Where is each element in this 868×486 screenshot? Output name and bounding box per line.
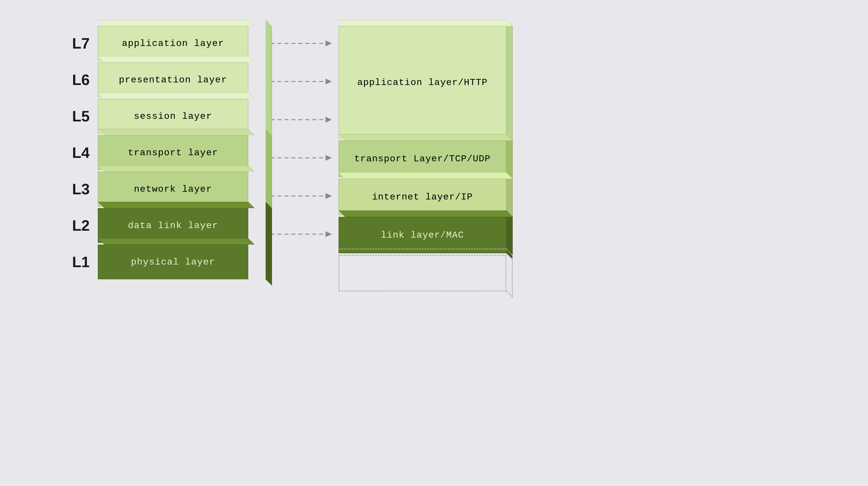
svg-marker-5 [326, 117, 332, 123]
tcpip-internet-front: internet layer/IP [339, 179, 506, 215]
tcpip-app-top [339, 20, 513, 26]
l5-top [98, 93, 255, 99]
l4-top [98, 129, 255, 135]
osi-row-l2: L2 data link layer [58, 208, 266, 243]
l5-box: session layer [98, 99, 266, 134]
l4-label: L4 [58, 144, 90, 161]
tcpip-empty-box [339, 255, 506, 291]
tcpip-app-box: application layer/HTTP [339, 26, 506, 139]
osi-row-l4: L4 transport layer [58, 135, 266, 170]
l5-label: L5 [58, 107, 90, 125]
osi-row-l1: L1 physical layer [58, 245, 266, 279]
tcpip-app-side [506, 20, 513, 145]
l1-box: physical layer [98, 245, 266, 279]
l3-top [98, 165, 255, 172]
tcpip-empty-side [506, 249, 513, 298]
l7-box: application layer [98, 26, 266, 61]
osi-row-l7: L7 application layer [58, 26, 266, 61]
osi-row-l6: L6 presentation layer [58, 62, 266, 97]
tcpip-link-top [339, 210, 513, 217]
l1-side [266, 238, 272, 286]
l2-top [98, 202, 255, 208]
tcpip-internet-top [339, 172, 513, 179]
l7-label: L7 [58, 35, 90, 52]
l6-front: presentation layer [98, 62, 248, 97]
tcpip-link-front: link layer/MAC [339, 217, 506, 253]
l7-top [98, 20, 255, 26]
l3-box: network layer [98, 172, 266, 206]
l1-front: physical layer [98, 245, 248, 279]
l7-front: application layer [98, 26, 248, 61]
svg-marker-7 [326, 155, 332, 161]
tcpip-stack: application layer/HTTP transport Layer/T… [339, 26, 506, 293]
tcpip-transport-top [339, 134, 513, 140]
tcpip-empty-front [339, 255, 506, 291]
l4-box: transport layer [98, 135, 266, 170]
l6-top [98, 56, 255, 62]
arrows-svg [269, 26, 341, 330]
l5-front: session layer [98, 99, 248, 134]
l6-label: L6 [58, 71, 90, 89]
l2-front: data link layer [98, 208, 248, 243]
svg-marker-3 [326, 78, 332, 85]
l6-box: presentation layer [98, 62, 266, 97]
tcpip-empty-top [339, 249, 513, 255]
tcpip-internet-box: internet layer/IP [339, 179, 506, 215]
tcpip-link-box: link layer/MAC [339, 217, 506, 253]
l2-box: data link layer [98, 208, 266, 243]
l3-front: network layer [98, 172, 248, 206]
l4-front: transport layer [98, 135, 248, 170]
l2-label: L2 [58, 217, 90, 234]
l1-label: L1 [58, 253, 90, 270]
diagram-container: L7 application layer L6 presentation lay… [58, 18, 810, 457]
osi-row-l5: L5 session layer [58, 99, 266, 134]
osi-row-l3: L3 network layer [58, 172, 266, 206]
tcpip-app-front: application layer/HTTP [339, 26, 506, 139]
l3-label: L3 [58, 181, 90, 198]
svg-marker-11 [326, 231, 332, 237]
l1-top [98, 238, 255, 245]
tcpip-transport-front: transport Layer/TCP/UDP [339, 140, 506, 177]
osi-stack: L7 application layer L6 presentation lay… [58, 26, 266, 281]
tcpip-transport-box: transport Layer/TCP/UDP [339, 140, 506, 177]
svg-marker-9 [326, 193, 332, 199]
svg-marker-1 [326, 40, 332, 46]
